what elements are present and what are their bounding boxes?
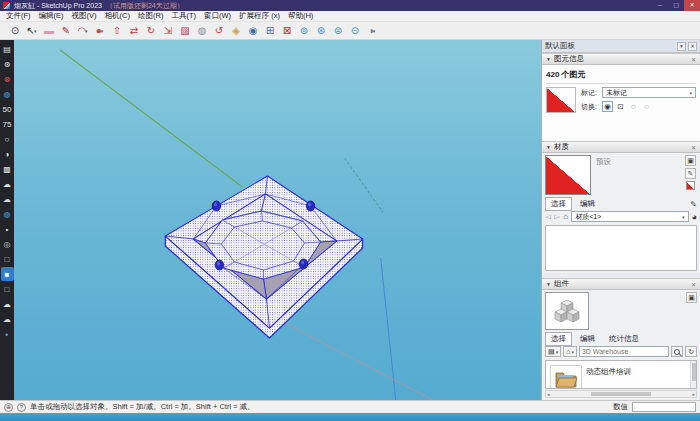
orbit-tool[interactable]: ↺	[210, 23, 227, 39]
scroll-left-icon[interactable]: ◂	[547, 391, 550, 397]
components-close-icon[interactable]: ✕	[691, 281, 696, 288]
materials-tab[interactable]: 选择	[545, 197, 572, 211]
menu-item[interactable]: 帮助(H)	[284, 11, 317, 21]
minimize-button[interactable]: ─	[652, 0, 668, 11]
arc-tool[interactable]: ◠ ▾	[74, 23, 91, 39]
menu-item[interactable]: 相机(C)	[101, 11, 134, 21]
extension-warehouse-tool[interactable]: ⊛	[312, 23, 329, 39]
folder-icon[interactable]: ▤	[1, 42, 14, 56]
blue-square-icon[interactable]: ▪	[1, 327, 14, 341]
styles-tool[interactable]: ◑ ▾	[363, 23, 380, 39]
materials-close-icon[interactable]: ✕	[691, 144, 696, 151]
receive-shadows-toggle[interactable]: ◌	[628, 101, 639, 112]
maximize-button[interactable]: ▢	[668, 0, 684, 11]
target-icon[interactable]: ◎	[1, 237, 14, 251]
components-tab[interactable]: 统计信息	[603, 332, 645, 346]
components-list[interactable]: 动态组件培训	[545, 360, 697, 389]
menu-item[interactable]: 编辑(E)	[35, 11, 68, 21]
back-icon[interactable]: ◅	[545, 212, 551, 221]
box-icon[interactable]: □	[1, 252, 14, 266]
forward-icon[interactable]: ▻	[554, 212, 560, 221]
visibility-toggle[interactable]: ◉	[602, 101, 613, 112]
zoom-extents-tool[interactable]: ⊠	[278, 23, 295, 39]
entity-info-close-icon[interactable]: ✕	[691, 56, 696, 63]
scrollbar-thumb[interactable]	[591, 392, 651, 396]
menu-item[interactable]: 扩展程序 (x)	[235, 11, 284, 21]
select-tool[interactable]: ↖ ▾	[23, 23, 40, 39]
tray-close-button[interactable]: ✕	[688, 42, 697, 51]
menu-item[interactable]: 绘图(R)	[134, 11, 167, 21]
vertical-scrollbar[interactable]	[690, 361, 696, 388]
share-model-tool[interactable]: ⊜	[329, 23, 346, 39]
menu-item[interactable]: 文件(F)	[2, 11, 35, 21]
search-tool[interactable]: ⊙	[6, 23, 23, 39]
menu-item[interactable]: 视图(V)	[68, 11, 101, 21]
zoom-tool[interactable]: ◉	[244, 23, 261, 39]
geolocation-icon[interactable]: ⊕	[4, 403, 13, 412]
sample-paint-icon[interactable]: ✎	[690, 200, 697, 209]
paint-bucket-tool[interactable]: ◍	[193, 23, 210, 39]
refresh-button[interactable]: ↻	[685, 346, 697, 357]
measurements-input[interactable]	[632, 402, 696, 412]
zoom-window-tool[interactable]: ⊞	[261, 23, 278, 39]
share-component-tool[interactable]: ⊝	[346, 23, 363, 39]
cloud1-icon[interactable]: ☁	[1, 297, 14, 311]
secondary-pane-button[interactable]: ▣	[686, 292, 697, 303]
materials-list[interactable]	[545, 225, 697, 271]
lock-toggle[interactable]: ⊡	[615, 101, 626, 112]
move-tool[interactable]: ⇄	[125, 23, 142, 39]
cloud-up-icon[interactable]: ☁	[1, 177, 14, 191]
default-material-button[interactable]	[686, 181, 695, 190]
menu-item[interactable]: 工具(T)	[167, 11, 200, 21]
dot-icon[interactable]: •	[1, 222, 14, 236]
help-icon[interactable]: ?	[17, 403, 26, 412]
material-name-field[interactable]: 预设	[594, 155, 681, 195]
box2-icon[interactable]: □	[1, 282, 14, 296]
home-button[interactable]: ⌂ ▾	[563, 346, 577, 357]
entity-info-header[interactable]: ▼ 图元信息 ✕	[542, 53, 700, 65]
globe-cursor-icon[interactable]: ◍	[1, 207, 14, 221]
materials-tab[interactable]: 编辑	[574, 197, 601, 211]
materials-collection-dropdown[interactable]: 材质<1> ▾	[571, 211, 688, 222]
details-icon[interactable]: ◕	[692, 212, 697, 222]
close-button[interactable]: ✕	[684, 0, 700, 11]
scale-75-icon[interactable]: 75	[1, 117, 14, 131]
contrast-icon[interactable]: ◑	[1, 147, 14, 161]
materials-header[interactable]: ▼ 材质 ✕	[542, 141, 700, 153]
cloud-down-icon[interactable]: ☁	[1, 192, 14, 206]
menu-item[interactable]: 窗口(W)	[200, 11, 235, 21]
drop-icon[interactable]: ○	[1, 132, 14, 146]
section-plane-tool[interactable]: ▨	[176, 23, 193, 39]
components-search-input[interactable]	[579, 346, 669, 357]
components-tab[interactable]: 选择	[545, 332, 572, 346]
shapes-tool[interactable]: ● ▾	[91, 23, 108, 39]
home-icon[interactable]: ⌂	[563, 212, 568, 221]
component-collection-item[interactable]: 动态组件培训	[548, 363, 694, 389]
eraser-tool[interactable]: ▬	[40, 23, 57, 39]
cube-active-icon[interactable]: ■	[1, 267, 14, 281]
disable-icon[interactable]: ⊗	[1, 72, 14, 86]
3d-warehouse-tool[interactable]: ⊚	[295, 23, 312, 39]
cloud2-icon[interactable]: ☁	[1, 312, 14, 326]
components-tab[interactable]: 编辑	[574, 332, 601, 346]
search-button[interactable]	[671, 346, 683, 357]
horizontal-scrollbar[interactable]: ◂ ▸	[545, 390, 697, 398]
scale-50-icon[interactable]: 50	[1, 102, 14, 116]
cast-shadows-toggle[interactable]: ◌	[641, 101, 652, 112]
pan-tool[interactable]: ◈	[227, 23, 244, 39]
display-pane-button[interactable]: ▣	[685, 155, 696, 166]
line-tool[interactable]: ✎	[57, 23, 74, 39]
tag-dropdown[interactable]: 未标记 ▾	[602, 87, 696, 98]
components-header[interactable]: ▼ 组件 ✕	[542, 278, 700, 290]
globe-icon[interactable]: ◍	[1, 87, 14, 101]
tray-pin-button[interactable]: ▾	[677, 42, 686, 51]
model-viewport[interactable]	[14, 40, 541, 400]
scroll-right-icon[interactable]: ▸	[692, 391, 695, 397]
gear-icon[interactable]: ⊛	[1, 57, 14, 71]
rotate-tool[interactable]: ↻	[142, 23, 159, 39]
hatch-icon[interactable]: ▩	[1, 162, 14, 176]
view-options-button[interactable]: ▤ ▾	[545, 346, 561, 357]
scale-tool[interactable]: ⇲	[159, 23, 176, 39]
pushpull-tool[interactable]: ⇧	[108, 23, 125, 39]
selected-model[interactable]	[165, 176, 362, 338]
